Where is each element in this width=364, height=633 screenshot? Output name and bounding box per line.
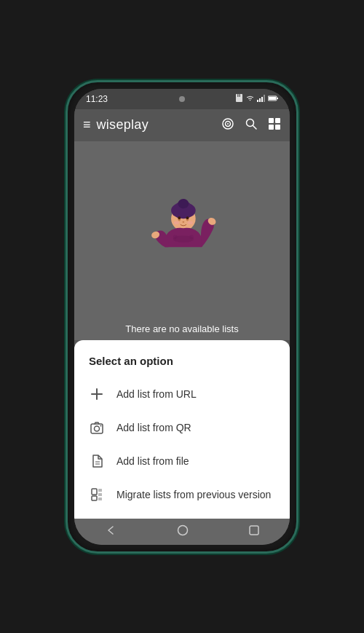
svg-rect-18 <box>275 125 280 130</box>
svg-rect-15 <box>269 118 274 123</box>
svg-point-27 <box>182 221 184 223</box>
svg-point-12 <box>227 123 229 125</box>
svg-point-34 <box>189 235 194 240</box>
battery-icon <box>268 95 278 103</box>
svg-point-28 <box>174 221 179 224</box>
menu-item-migrate[interactable]: Migrate lists from previous version <box>74 478 290 511</box>
svg-point-29 <box>187 221 192 224</box>
main-content: There are no available lists <box>74 141 290 340</box>
svg-rect-5 <box>261 97 263 102</box>
svg-rect-2 <box>240 94 241 97</box>
menu-file-label: Add list from file <box>116 455 189 467</box>
wifi-icon <box>246 95 254 103</box>
svg-point-25 <box>178 216 181 219</box>
camera-icon <box>89 420 105 436</box>
nav-bar <box>74 519 290 545</box>
phone-frame: 11:23 <box>66 80 298 554</box>
grid-icon[interactable] <box>268 117 281 133</box>
svg-rect-1 <box>237 94 239 97</box>
svg-rect-42 <box>92 489 97 495</box>
svg-rect-45 <box>98 493 102 496</box>
plus-icon <box>89 386 105 402</box>
svg-point-22 <box>178 199 189 208</box>
search-icon[interactable] <box>245 117 258 133</box>
home-nav-icon[interactable] <box>177 524 189 539</box>
menu-icon[interactable]: ≡ <box>83 117 91 133</box>
character-illustration <box>135 179 229 281</box>
menu-item-url[interactable]: Add list from URL <box>74 377 290 411</box>
status-time: 11:23 <box>86 94 108 104</box>
camera-dot <box>179 96 185 102</box>
svg-rect-43 <box>92 496 97 500</box>
file-icon <box>89 453 105 469</box>
phone-screen: 11:23 <box>74 89 290 545</box>
menu-item-qr[interactable]: Add list from QR <box>74 411 290 444</box>
menu-url-label: Add list from URL <box>116 388 197 400</box>
svg-point-39 <box>100 425 102 426</box>
app-title: wiseplay <box>97 117 215 133</box>
svg-rect-16 <box>275 118 280 123</box>
svg-rect-3 <box>257 100 258 102</box>
signal-icon <box>257 95 265 103</box>
no-list-text: There are no available lists <box>74 323 290 334</box>
svg-rect-17 <box>269 125 274 130</box>
back-nav-icon[interactable] <box>104 524 117 540</box>
svg-rect-8 <box>277 98 278 99</box>
svg-line-14 <box>253 125 257 129</box>
sd-icon <box>235 94 243 103</box>
bottom-sheet: Select an option Add list from URL <box>74 340 290 519</box>
svg-rect-4 <box>259 98 261 102</box>
cast-icon[interactable] <box>221 117 234 133</box>
svg-rect-46 <box>98 498 102 500</box>
menu-item-file[interactable]: Add list from file <box>74 444 290 478</box>
svg-rect-48 <box>250 526 258 535</box>
migrate-icon <box>89 487 105 503</box>
recent-nav-icon[interactable] <box>248 524 260 539</box>
status-bar: 11:23 <box>74 89 290 109</box>
app-bar: ≡ wiseplay <box>74 109 290 141</box>
svg-point-26 <box>186 216 189 219</box>
svg-rect-6 <box>264 95 265 102</box>
app-bar-actions <box>221 117 281 133</box>
svg-rect-44 <box>98 489 102 492</box>
svg-point-38 <box>95 426 100 431</box>
menu-qr-label: Add list from QR <box>116 422 191 433</box>
svg-point-33 <box>173 235 178 240</box>
status-icons <box>235 94 278 103</box>
svg-rect-9 <box>269 97 276 100</box>
svg-point-47 <box>178 525 188 535</box>
bottom-sheet-title: Select an option <box>74 355 290 377</box>
menu-migrate-label: Migrate lists from previous version <box>116 489 271 500</box>
